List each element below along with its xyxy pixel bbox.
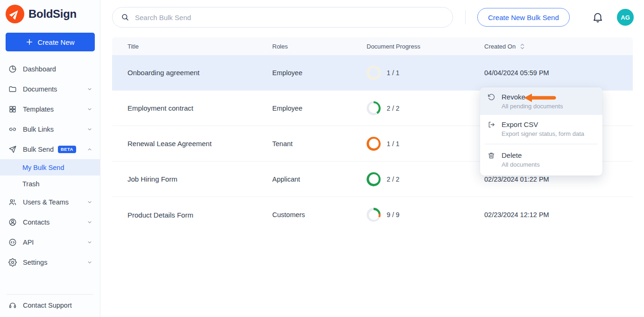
sidebar-item-settings[interactable]: Settings — [0, 252, 100, 272]
search-input[interactable] — [135, 14, 445, 21]
menu-item-label: Export CSV — [502, 120, 538, 128]
search-icon — [121, 13, 129, 21]
sub-item-label: My Bulk Send — [22, 164, 64, 171]
sidebar-item-contact-support[interactable]: Contact Support — [0, 295, 100, 316]
sidebar-item-trash[interactable]: Trash — [0, 176, 100, 192]
chevron-down-icon — [87, 219, 92, 225]
row-progress: 9 / 9 — [367, 208, 484, 222]
menu-item-sublabel: Export signer status, form data — [502, 130, 595, 137]
row-role: Employee — [272, 69, 367, 77]
chevron-down-icon — [87, 127, 92, 132]
sidebar-item-label: API — [23, 239, 34, 246]
table-row[interactable]: Onboarding agreement Employee 1 / 1 04/0… — [112, 55, 633, 91]
sidebar-item-users-teams[interactable]: Users & Teams — [0, 192, 100, 212]
menu-divider — [485, 144, 598, 144]
avatar[interactable]: AG — [617, 9, 634, 26]
create-new-bulk-send-button[interactable]: Create New Bulk Send — [477, 8, 570, 27]
row-role: Tenant — [272, 140, 367, 148]
grid-icon — [8, 105, 17, 113]
sidebar-item-label: Bulk Send — [23, 146, 54, 153]
sidebar-item-label: Users & Teams — [23, 198, 69, 206]
column-header-created-on[interactable]: Created On — [484, 43, 633, 50]
sidebar-item-label: Dashboard — [23, 65, 56, 73]
chevron-down-icon — [87, 260, 92, 265]
sidebar-item-bulk-send[interactable]: Bulk Send BETA — [0, 139, 100, 159]
topbar-divider — [465, 10, 466, 24]
table-header-row: Title Roles Document Progress Created On — [112, 37, 633, 55]
send-icon — [8, 145, 17, 154]
notifications-bell-icon[interactable] — [592, 10, 606, 24]
dashboard-icon — [8, 65, 17, 73]
progress-text: 9 / 9 — [387, 211, 399, 218]
row-title: Product Details Form — [127, 211, 272, 219]
contact-icon — [8, 218, 17, 226]
menu-item-revoke[interactable]: Revoke All pending documents — [480, 87, 602, 115]
table-row[interactable]: Product Details Form Customers 9 / 9 02/… — [112, 197, 633, 232]
sidebar-item-contacts[interactable]: Contacts — [0, 212, 100, 232]
chevron-up-icon — [87, 147, 92, 152]
menu-item-label: Delete — [502, 151, 522, 159]
row-progress: 2 / 2 — [367, 172, 484, 186]
plus-icon — [26, 38, 33, 46]
gear-icon — [8, 258, 17, 267]
sidebar-item-label: Settings — [23, 259, 47, 266]
users-icon — [8, 198, 17, 206]
progress-text: 1 / 1 — [387, 69, 399, 77]
progress-ring — [367, 66, 381, 80]
brand-logo[interactable]: BoldSign — [0, 0, 100, 27]
sidebar-item-bulk-links[interactable]: Bulk Links — [0, 119, 100, 139]
row-role: Customers — [272, 211, 367, 218]
sidebar-item-documents[interactable]: Documents — [0, 79, 100, 99]
row-actions-context-menu: Revoke All pending documents Export CSV … — [480, 87, 602, 176]
progress-ring — [367, 172, 381, 186]
menu-item-delete[interactable]: Delete All documents — [480, 146, 602, 173]
chevron-down-icon — [87, 86, 92, 92]
progress-ring — [367, 137, 381, 151]
export-icon — [488, 121, 495, 128]
sidebar-item-my-bulk-send[interactable]: My Bulk Send — [0, 159, 100, 176]
boldsign-logo-icon — [6, 5, 24, 23]
menu-item-export-csv[interactable]: Export CSV Export signer status, form da… — [480, 115, 602, 142]
menu-item-label: Revoke — [502, 93, 525, 101]
link-icon — [8, 125, 17, 134]
chevron-down-icon — [87, 106, 92, 112]
search-bar — [112, 7, 453, 28]
column-header-roles: Roles — [272, 43, 367, 50]
create-new-button[interactable]: Create New — [6, 33, 95, 51]
row-title: Onboarding agreement — [127, 69, 272, 77]
row-title: Employment contract — [127, 104, 272, 112]
avatar-initials: AG — [621, 14, 630, 21]
progress-ring — [367, 101, 381, 115]
support-label: Contact Support — [23, 302, 72, 309]
sidebar: BoldSign Create New Dashboard Documents — [0, 0, 100, 317]
sidebar-item-api[interactable]: API — [0, 232, 100, 252]
row-role: Employee — [272, 105, 367, 112]
progress-text: 2 / 2 — [387, 105, 399, 112]
chevron-down-icon — [87, 199, 92, 205]
beta-badge: BETA — [58, 146, 76, 153]
folder-icon — [8, 85, 17, 93]
sidebar-item-label: Contacts — [23, 218, 50, 226]
brand-name: BoldSign — [28, 7, 77, 21]
row-title: Renewal Lease Agreement — [127, 140, 272, 148]
progress-text: 1 / 1 — [387, 140, 399, 148]
sidebar-item-templates[interactable]: Templates — [0, 99, 100, 119]
create-new-label: Create New — [37, 38, 74, 46]
row-created-on: 02/23/2024 01:22 PM — [484, 176, 633, 183]
column-header-progress: Document Progress — [367, 43, 484, 50]
sort-icon[interactable] — [520, 43, 524, 49]
sub-item-label: Trash — [22, 180, 40, 188]
row-progress: 1 / 1 — [367, 66, 484, 80]
menu-item-sublabel: All pending documents — [502, 103, 595, 110]
progress-ring — [367, 208, 381, 222]
menu-item-sublabel: All documents — [502, 161, 595, 168]
trash-icon — [488, 152, 495, 159]
progress-text: 2 / 2 — [387, 176, 399, 183]
row-progress: 1 / 1 — [367, 137, 484, 151]
row-title: Job Hiring Form — [127, 175, 272, 183]
sidebar-item-dashboard[interactable]: Dashboard — [0, 59, 100, 79]
sidebar-item-label: Bulk Links — [23, 126, 54, 133]
headset-icon — [8, 301, 17, 310]
row-created-on: 02/23/2024 12:12 PM — [484, 211, 633, 218]
row-progress: 2 / 2 — [367, 101, 484, 115]
